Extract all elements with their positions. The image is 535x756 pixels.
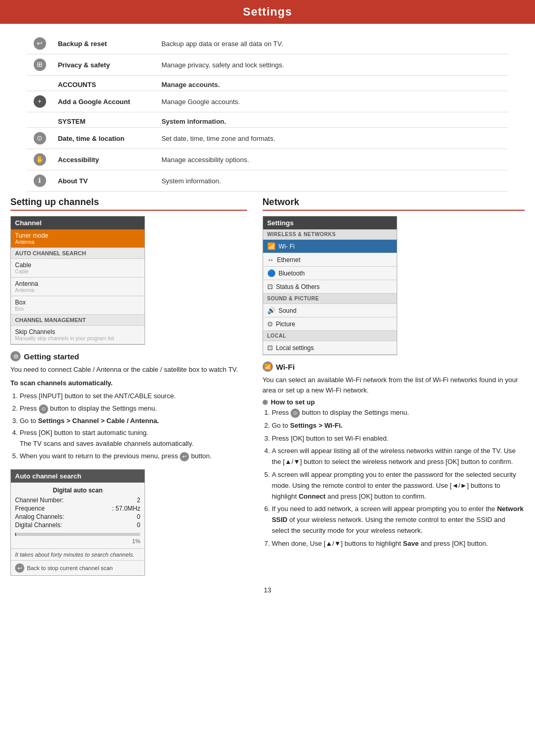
analog-channels-row: Analog Channels: 0	[15, 513, 140, 520]
page-number: 13	[0, 586, 535, 599]
backup-desc: Backup app data or erase all data on TV.	[156, 33, 509, 54]
accessibility-icon-cell: ✋	[27, 149, 53, 170]
getting-started-steps: Press [INPUT] button to set the ANT/CABL…	[10, 391, 247, 462]
analog-value: 0	[137, 513, 140, 520]
picture-label: Picture	[276, 321, 295, 328]
wifi-how-to-item: How to set up	[263, 398, 525, 406]
wifi-text-section: 📶 Wi-Fi You can select an available Wi-F…	[263, 361, 525, 549]
table-row-privacy: ⊞ Privacy & safety Manage privacy, safet…	[27, 54, 509, 76]
step-1: Press [INPUT] button to set the ANT/CABL…	[20, 391, 247, 402]
accounts-section-desc: Manage accounts.	[156, 76, 509, 91]
about-label: About TV	[53, 170, 156, 192]
channel-item-tuner[interactable]: Tuner mode Antenna	[11, 229, 144, 248]
about-icon: ℹ	[34, 175, 46, 187]
tuner-label: Tuner mode	[15, 232, 140, 239]
wifi-step-6: If you need to add network, a screen wil…	[272, 504, 525, 536]
channel-item-cable[interactable]: Cable Cable	[11, 259, 144, 278]
getting-started-icon: ⊙	[10, 351, 21, 361]
privacy-icon-cell: ⊞	[27, 54, 53, 76]
channel-management-header: CHANNEL MANAGEMENT	[11, 315, 144, 326]
datetime-label: Date, time & location	[53, 128, 156, 149]
accessibility-desc: Manage accessibility options.	[156, 149, 509, 170]
auto-channel-search-box: Auto channel search Digital auto scan Ch…	[10, 469, 145, 576]
back-icon: ↩	[15, 563, 24, 573]
analog-key: Analog Channels:	[15, 513, 64, 520]
step5-icon: ↩	[180, 452, 189, 461]
network-item-wifi[interactable]: 📶 Wi- Fi	[263, 240, 397, 253]
network-section-title: Network	[263, 197, 525, 211]
table-row-google-account: + Add a Google Account Manage Google acc…	[27, 91, 509, 112]
wifi-step1-icon: ⊙	[291, 409, 300, 418]
auto-search-body: Digital auto scan Channel Number: 2 Freq…	[11, 483, 144, 548]
channel-item-box[interactable]: Box Box	[11, 296, 144, 315]
accessibility-icon: ✋	[34, 153, 46, 166]
page-title: Settings	[0, 5, 535, 19]
frequence-row: Frequence : 57.0MHz	[15, 505, 140, 512]
system-section-desc: System information.	[156, 112, 509, 128]
network-item-bluetooth[interactable]: 🔵 Bluetooth	[263, 267, 397, 280]
step-2: Press ⊙ button to display the Settings m…	[20, 403, 247, 414]
step2-icon: ⊙	[39, 404, 48, 414]
wifi-step-4: A screen will appear listing all of the …	[272, 446, 525, 468]
wifi-label: Wi- Fi	[279, 243, 295, 250]
about-desc: System information.	[156, 170, 509, 192]
step-5: When you want to return to the previous …	[20, 451, 247, 462]
wifi-step-3: Press [OK] button to set Wi-Fi enabled.	[272, 433, 525, 444]
backup-label: Backup & reset	[53, 33, 156, 54]
wireless-section-header: WIRELESS & NETWORKS	[263, 229, 397, 240]
wifi-step-1: Press ⊙ button to display the Settings m…	[272, 408, 525, 418]
antenna-label: Antenna	[15, 280, 140, 287]
add-account-icon: +	[34, 95, 46, 108]
getting-started-intro: You need to connect Cable / Antenna or t…	[10, 365, 247, 375]
step-4: Press [OK] button to start automatic tun…	[20, 428, 247, 449]
cable-sub: Cable	[15, 269, 140, 274]
channels-column: Setting up channels Channel Tuner mode A…	[10, 197, 257, 576]
frequence-key: Frequence	[15, 505, 45, 512]
step-3: Go to Settings > Channel > Cable / Anten…	[20, 416, 247, 427]
tuner-sub: Antenna	[15, 239, 140, 245]
auto-search-title: Auto channel search	[11, 470, 144, 483]
ethernet-label: Ethernet	[277, 256, 300, 264]
system-section-label: SYSTEM	[53, 112, 156, 128]
local-label: Local settings	[276, 344, 314, 352]
channel-item-antenna[interactable]: Antenna Antenna	[11, 278, 144, 296]
digital-scan-label: Digital auto scan	[15, 487, 140, 494]
datetime-icon-cell: ⊙	[27, 128, 53, 149]
table-row-about: ℹ About TV System information.	[27, 170, 509, 192]
network-box-title: Settings	[263, 216, 397, 229]
network-item-local[interactable]: ⊡ Local settings	[263, 341, 397, 355]
channels-section-title: Setting up channels	[10, 197, 247, 211]
wifi-step-5: A screen will appear prompting you to en…	[272, 470, 525, 502]
datetime-icon: ⊙	[34, 132, 46, 144]
channel-number-key: Channel Number:	[15, 497, 64, 504]
local-icon: ⊡	[267, 344, 273, 352]
auto-search-back: ↩ Back to stop current channel scan	[11, 560, 144, 575]
network-item-ethernet[interactable]: ↔ Ethernet	[263, 253, 397, 267]
accessibility-label: Accessibility	[53, 149, 156, 170]
network-item-sound[interactable]: 🔊 Sound	[263, 304, 397, 317]
network-item-picture[interactable]: ⊙ Picture	[263, 317, 397, 331]
digital-key: Digital Channels:	[15, 521, 62, 529]
backup-icon-cell: ↩	[27, 33, 53, 54]
status-icon: ⊡	[267, 283, 273, 290]
box-sub: Box	[15, 306, 140, 312]
progress-bar-fill	[15, 533, 16, 536]
progress-bar-container	[15, 533, 140, 536]
wifi-steps: Press ⊙ button to display the Settings m…	[263, 408, 525, 549]
antenna-sub: Antenna	[15, 287, 140, 293]
table-row-accessibility: ✋ Accessibility Manage accessibility opt…	[27, 149, 509, 170]
status-label: Status & Others	[276, 283, 320, 290]
auto-channel-search-header: AUTO CHANNEL SEARCH	[11, 248, 144, 259]
accounts-section-label: ACCOUNTS	[53, 76, 156, 91]
frequence-value: : 57.0MHz	[112, 505, 140, 512]
local-section-header: LOCAL	[263, 331, 397, 341]
backup-icon: ↩	[34, 37, 46, 50]
google-account-icon-cell: +	[27, 91, 53, 112]
network-column: Network Settings WIRELESS & NETWORKS 📶 W…	[257, 197, 525, 576]
back-text: Back to stop current channel scan	[27, 565, 113, 571]
channel-number-row: Channel Number: 2	[15, 497, 140, 504]
channel-item-skip[interactable]: Skip Channels Manually skip channels in …	[11, 326, 144, 344]
ethernet-icon: ↔	[267, 256, 274, 264]
network-item-status[interactable]: ⊡ Status & Others	[263, 280, 397, 294]
auto-search-note: It takes about forty minutes to search c…	[11, 548, 144, 560]
